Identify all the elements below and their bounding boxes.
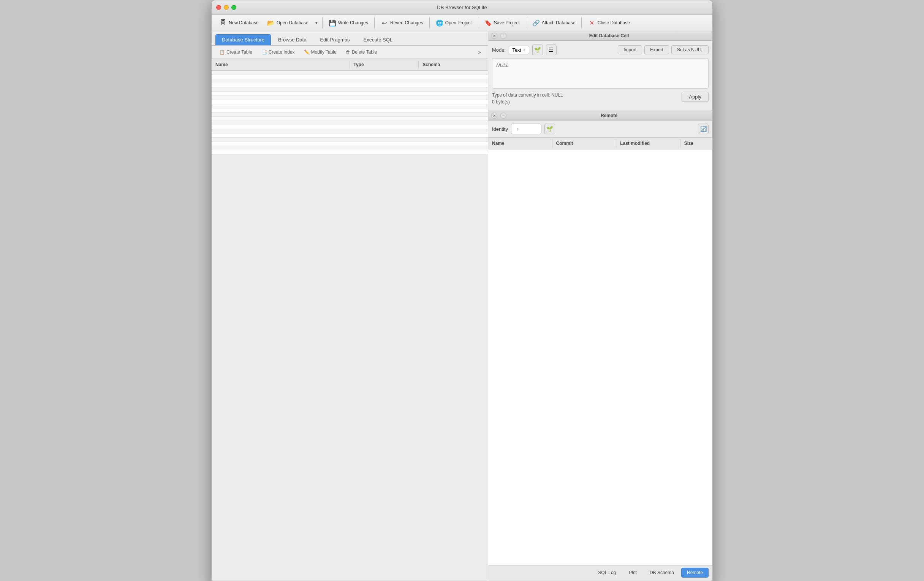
apply-button[interactable]: Apply bbox=[681, 92, 709, 102]
toolbar-sep-6 bbox=[581, 17, 582, 28]
revert-changes-icon: ↩ bbox=[381, 19, 388, 26]
col-header-name: Name bbox=[212, 60, 350, 69]
edit-cell-panel-header: ✕ − Edit Database Cell bbox=[488, 31, 712, 41]
cell-info-text: Type of data currently in cell: NULL 0 b… bbox=[492, 92, 563, 105]
save-project-icon: 🔖 bbox=[484, 19, 492, 26]
table-row[interactable] bbox=[212, 108, 488, 113]
new-database-button[interactable]: 🗄 New Database bbox=[215, 17, 262, 28]
cell-value-display: NULL bbox=[492, 58, 709, 89]
tab-browse-data[interactable]: Browse Data bbox=[272, 34, 313, 45]
set-null-button[interactable]: Set as NULL bbox=[672, 45, 709, 55]
bottom-tabs: SQL Log Plot DB Schema Remote bbox=[488, 565, 712, 580]
right-panel: ✕ − Edit Database Cell Mode: Text ⇕ 🌱 ☰ bbox=[488, 31, 712, 580]
table-row[interactable] bbox=[212, 79, 488, 83]
table-row[interactable] bbox=[212, 75, 488, 79]
delete-table-icon: 🗑 bbox=[346, 50, 350, 55]
table-row[interactable] bbox=[212, 137, 488, 142]
table-row[interactable] bbox=[212, 125, 488, 129]
mode-row: Mode: Text ⇕ 🌱 ☰ Import Export Set as NU… bbox=[492, 45, 709, 55]
table-row[interactable] bbox=[212, 96, 488, 100]
write-changes-icon: 💾 bbox=[328, 19, 336, 26]
mode-select[interactable]: Text ⇕ bbox=[509, 46, 529, 55]
table-row[interactable] bbox=[212, 71, 488, 75]
remote-col-last-modified: Last modified bbox=[616, 139, 680, 147]
table-row[interactable] bbox=[212, 88, 488, 92]
cell-icon-button-1[interactable]: 🌱 bbox=[532, 45, 543, 55]
close-database-icon: ✕ bbox=[588, 19, 596, 26]
edit-cell-title: Edit Database Cell bbox=[509, 33, 710, 38]
tab-remote[interactable]: Remote bbox=[681, 568, 709, 578]
edit-cell-content: Mode: Text ⇕ 🌱 ☰ Import Export Set as NU… bbox=[488, 41, 712, 111]
save-project-button[interactable]: 🔖 Save Project bbox=[481, 17, 523, 28]
remote-col-name: Name bbox=[488, 139, 553, 147]
remote-minimize-button[interactable]: − bbox=[500, 113, 507, 119]
create-index-button[interactable]: 📑 Create Index bbox=[257, 48, 299, 56]
tab-execute-sql[interactable]: Execute SQL bbox=[357, 34, 399, 45]
col-header-schema: Schema bbox=[419, 60, 488, 69]
remote-panel-header: ✕ − Remote bbox=[488, 111, 712, 121]
new-database-label: New Database bbox=[229, 20, 259, 25]
maximize-traffic-light[interactable] bbox=[231, 5, 236, 10]
write-changes-button[interactable]: 💾 Write Changes bbox=[325, 17, 372, 28]
edit-cell-section: ✕ − Edit Database Cell Mode: Text ⇕ 🌱 ☰ bbox=[488, 31, 712, 111]
remote-toolbar: Identity ⇕ 🌱 🔄 bbox=[488, 121, 712, 137]
close-traffic-light[interactable] bbox=[216, 5, 221, 10]
expand-toolbar-button[interactable]: » bbox=[475, 48, 484, 57]
tab-plot[interactable]: Plot bbox=[623, 568, 642, 578]
open-database-icon: 📂 bbox=[267, 19, 275, 26]
export-button[interactable]: Export bbox=[644, 45, 669, 55]
delete-table-button[interactable]: 🗑 Delete Table bbox=[342, 48, 381, 56]
minimize-traffic-light[interactable] bbox=[224, 5, 229, 10]
expand-icon: » bbox=[478, 49, 481, 55]
table-row[interactable] bbox=[212, 92, 488, 96]
col-header-type: Type bbox=[350, 60, 419, 69]
table-row[interactable] bbox=[212, 142, 488, 146]
table-row[interactable] bbox=[212, 146, 488, 150]
table-row[interactable] bbox=[212, 134, 488, 137]
close-database-button[interactable]: ✕ Close Database bbox=[584, 17, 634, 28]
table-row[interactable] bbox=[212, 117, 488, 121]
open-project-icon: 🌐 bbox=[436, 19, 443, 26]
tab-sql-log[interactable]: SQL Log bbox=[592, 568, 622, 578]
revert-changes-button[interactable]: ↩ Revert Changes bbox=[377, 17, 427, 28]
table-row[interactable] bbox=[212, 121, 488, 125]
remote-table-body bbox=[488, 149, 712, 565]
open-database-dropdown[interactable]: ▾ bbox=[313, 19, 320, 27]
open-database-button[interactable]: 📂 Open Database bbox=[263, 17, 312, 28]
create-table-button[interactable]: 📋 Create Table bbox=[215, 48, 256, 56]
cell-icon-button-2[interactable]: ☰ bbox=[546, 45, 557, 55]
tab-edit-pragmas[interactable]: Edit Pragmas bbox=[314, 34, 356, 45]
app-window: DB Browser for SQLite 🗄 New Database 📂 O… bbox=[211, 0, 713, 581]
remote-refresh-button[interactable]: 🔄 bbox=[698, 124, 709, 134]
cell-null-value: NULL bbox=[496, 62, 509, 68]
identity-chevron-icon: ⇕ bbox=[516, 127, 519, 131]
edit-cell-close-button[interactable]: ✕ bbox=[491, 33, 497, 39]
toolbar-sep-2 bbox=[374, 17, 375, 28]
attach-database-label: Attach Database bbox=[542, 20, 576, 25]
revert-changes-label: Revert Changes bbox=[390, 20, 423, 25]
table-toolbar: 📋 Create Table 📑 Create Index ✏️ Modify … bbox=[212, 46, 488, 59]
remote-close-button[interactable]: ✕ bbox=[491, 113, 497, 119]
import-button[interactable]: Import bbox=[618, 45, 642, 55]
tab-database-structure[interactable]: Database Structure bbox=[215, 34, 271, 45]
attach-database-icon: 🔗 bbox=[532, 19, 540, 26]
remote-section: ✕ − Remote Identity ⇕ 🌱 🔄 Name bbox=[488, 111, 712, 565]
mode-label: Mode: bbox=[492, 47, 506, 53]
open-project-button[interactable]: 🌐 Open Project bbox=[432, 17, 476, 28]
create-index-icon: 📑 bbox=[261, 50, 267, 55]
table-row[interactable] bbox=[212, 83, 488, 88]
table-row[interactable] bbox=[212, 104, 488, 108]
identity-select[interactable]: ⇕ bbox=[511, 124, 541, 134]
table-header: Name Type Schema bbox=[212, 59, 488, 71]
modify-table-button[interactable]: ✏️ Modify Table bbox=[300, 48, 340, 56]
remote-connect-button[interactable]: 🌱 bbox=[544, 124, 555, 134]
attach-database-button[interactable]: 🔗 Attach Database bbox=[528, 17, 579, 28]
mode-value: Text bbox=[512, 47, 521, 53]
traffic-lights bbox=[216, 5, 236, 10]
table-row[interactable] bbox=[212, 100, 488, 104]
table-row[interactable] bbox=[212, 113, 488, 117]
table-row[interactable] bbox=[212, 129, 488, 134]
table-row[interactable] bbox=[212, 150, 488, 154]
edit-cell-minimize-button[interactable]: − bbox=[500, 33, 507, 39]
tab-db-schema[interactable]: DB Schema bbox=[644, 568, 680, 578]
